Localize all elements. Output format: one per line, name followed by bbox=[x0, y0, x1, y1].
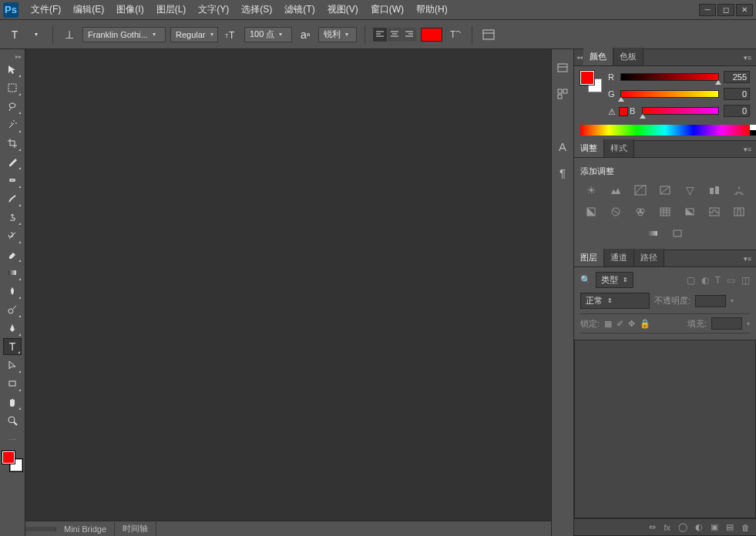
layer-style-icon[interactable]: fx bbox=[664, 523, 670, 532]
menu-edit[interactable]: 编辑(E) bbox=[67, 0, 110, 19]
panel-grip[interactable]: ◂◂ bbox=[574, 54, 583, 61]
adj-vibrance-icon[interactable]: ▽ bbox=[683, 183, 697, 197]
text-color-swatch[interactable] bbox=[421, 28, 442, 42]
cp-foreground-swatch[interactable] bbox=[580, 71, 594, 85]
g-value[interactable]: 0 bbox=[724, 88, 750, 100]
adj-threshold-icon[interactable] bbox=[732, 205, 746, 219]
strip-history-icon[interactable] bbox=[555, 60, 570, 75]
history-brush-tool[interactable] bbox=[3, 227, 22, 244]
b-slider[interactable] bbox=[642, 107, 719, 115]
lock-position-icon[interactable]: ✥ bbox=[628, 319, 635, 329]
crop-tool[interactable] bbox=[3, 135, 22, 152]
r-value[interactable]: 255 bbox=[724, 71, 750, 83]
tab-adjustments[interactable]: 调整 bbox=[574, 139, 604, 157]
magic-wand-tool[interactable] bbox=[3, 116, 22, 133]
maximize-button[interactable]: ◻ bbox=[717, 4, 734, 16]
menu-file[interactable]: 文件(F) bbox=[25, 0, 67, 19]
color-panel-swatches[interactable] bbox=[580, 71, 602, 92]
filter-shape-icon[interactable]: ▭ bbox=[727, 275, 735, 286]
gamut-warning-icon[interactable]: ⚠ bbox=[608, 107, 616, 117]
lasso-tool[interactable] bbox=[3, 98, 22, 115]
adj-photofilter-icon[interactable] bbox=[609, 205, 623, 219]
status-doc-info[interactable] bbox=[25, 527, 56, 531]
adjustments-panel-menu-icon[interactable]: ▾≡ bbox=[739, 146, 756, 153]
adj-gradientmap-icon[interactable] bbox=[646, 226, 660, 240]
marquee-tool[interactable] bbox=[3, 79, 22, 96]
lock-pixels-icon[interactable]: ✐ bbox=[617, 319, 623, 329]
gamut-warning-swatch[interactable] bbox=[619, 107, 628, 116]
blur-tool[interactable] bbox=[3, 283, 22, 300]
lock-transparency-icon[interactable]: ▦ bbox=[604, 319, 612, 329]
menu-type[interactable]: 文字(Y) bbox=[192, 0, 235, 19]
lock-all-icon[interactable]: 🔒 bbox=[640, 319, 650, 329]
tool-preset-icon[interactable]: T bbox=[6, 26, 23, 43]
menu-help[interactable]: 帮助(H) bbox=[410, 0, 454, 19]
fill-field[interactable] bbox=[711, 317, 742, 330]
align-left-button[interactable] bbox=[373, 28, 387, 42]
adj-colorbalance-icon[interactable] bbox=[732, 183, 746, 197]
new-adjustment-layer-icon[interactable]: ◐ bbox=[695, 522, 703, 532]
adj-levels-icon[interactable] bbox=[609, 183, 623, 197]
tab-paths[interactable]: 路径 bbox=[634, 249, 664, 266]
delete-layer-icon[interactable]: 🗑 bbox=[741, 523, 750, 532]
align-right-button[interactable] bbox=[402, 28, 416, 42]
g-slider[interactable] bbox=[620, 90, 719, 98]
tab-channels[interactable]: 通道 bbox=[604, 249, 634, 266]
close-button[interactable]: ✕ bbox=[736, 4, 753, 16]
fill-dropdown-icon[interactable]: ▾ bbox=[747, 320, 750, 327]
foreground-color-swatch[interactable] bbox=[2, 451, 15, 464]
adj-brightness-icon[interactable]: ☀ bbox=[584, 183, 598, 197]
type-tool[interactable]: T bbox=[3, 338, 22, 355]
dodge-tool[interactable] bbox=[3, 301, 22, 318]
brush-tool[interactable] bbox=[3, 190, 22, 207]
link-layers-icon[interactable]: ⇔ bbox=[649, 522, 656, 532]
tab-styles[interactable]: 样式 bbox=[604, 139, 634, 157]
strip-paragraph-icon[interactable]: ¶ bbox=[555, 165, 570, 180]
layers-list[interactable] bbox=[574, 340, 756, 518]
tab-swatches[interactable]: 色板 bbox=[613, 48, 643, 65]
new-layer-icon[interactable]: ▤ bbox=[726, 522, 734, 532]
filter-smartobject-icon[interactable]: ◫ bbox=[741, 275, 750, 286]
zoom-tool[interactable] bbox=[3, 412, 22, 429]
opacity-field[interactable] bbox=[695, 295, 726, 307]
eyedropper-tool[interactable] bbox=[3, 153, 22, 170]
filter-pixel-icon[interactable]: ▢ bbox=[687, 275, 695, 286]
menu-filter[interactable]: 滤镜(T) bbox=[278, 0, 321, 19]
menu-view[interactable]: 视图(V) bbox=[321, 0, 365, 19]
filter-type-icon[interactable]: T bbox=[715, 275, 721, 286]
foreground-background-colors[interactable] bbox=[2, 451, 22, 471]
tab-color[interactable]: 颜色 bbox=[583, 48, 613, 65]
new-group-icon[interactable]: ▣ bbox=[711, 522, 718, 532]
tab-layers[interactable]: 图层 bbox=[574, 249, 604, 266]
status-tab-minibridge[interactable]: Mini Bridge bbox=[56, 522, 115, 536]
menu-window[interactable]: 窗口(W) bbox=[365, 0, 410, 19]
healing-brush-tool[interactable] bbox=[3, 172, 22, 189]
adj-colorlookup-icon[interactable] bbox=[658, 205, 672, 219]
antialias-dropdown[interactable]: 锐利▾ bbox=[318, 27, 357, 42]
edit-toolbar-icon[interactable]: ⋯ bbox=[3, 430, 22, 447]
hand-tool[interactable] bbox=[3, 394, 22, 410]
blend-mode-dropdown[interactable]: 正常⇕ bbox=[580, 293, 650, 309]
menu-select[interactable]: 选择(S) bbox=[235, 0, 278, 19]
minimize-button[interactable]: ─ bbox=[699, 4, 716, 16]
rectangle-tool[interactable] bbox=[3, 375, 22, 392]
adj-hue-icon[interactable] bbox=[707, 183, 721, 197]
canvas[interactable] bbox=[25, 49, 551, 521]
strip-properties-icon[interactable] bbox=[555, 86, 570, 102]
warp-text-icon[interactable]: T bbox=[447, 26, 464, 43]
eraser-tool[interactable] bbox=[3, 246, 22, 263]
status-tab-timeline[interactable]: 时间轴 bbox=[115, 521, 156, 536]
font-size-dropdown[interactable]: 100 点▾ bbox=[244, 27, 292, 42]
font-style-dropdown[interactable]: Regular▾ bbox=[170, 27, 218, 42]
r-slider[interactable] bbox=[620, 73, 719, 81]
path-selection-tool[interactable] bbox=[3, 357, 22, 374]
font-family-dropdown[interactable]: Franklin Gothi...▾ bbox=[82, 27, 166, 42]
adj-curves-icon[interactable] bbox=[633, 183, 647, 197]
layer-mask-icon[interactable]: ◯ bbox=[678, 522, 687, 532]
b-value[interactable]: 0 bbox=[724, 105, 750, 117]
menu-image[interactable]: 图像(I) bbox=[110, 0, 150, 19]
adj-exposure-icon[interactable] bbox=[658, 183, 672, 197]
layer-filter-type-dropdown[interactable]: 类型⇕ bbox=[596, 272, 633, 288]
color-panel-menu-icon[interactable]: ▾≡ bbox=[739, 54, 756, 62]
adj-bw-icon[interactable] bbox=[584, 205, 598, 219]
